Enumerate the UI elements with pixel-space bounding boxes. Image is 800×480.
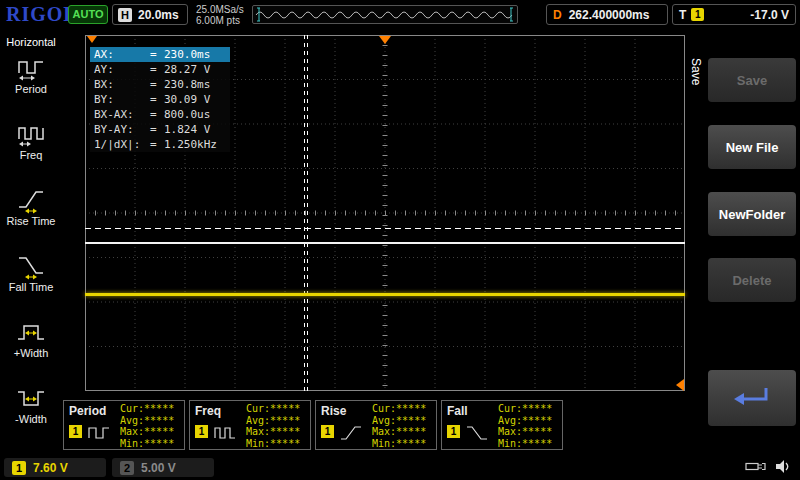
plus-width-icon <box>16 320 46 346</box>
measurement-box-freq[interactable]: Freq 1 Cur:***** Avg:***** Max:***** Min… <box>189 400 311 450</box>
horizontal-icon: H <box>118 8 132 22</box>
channel1-badge: 1 <box>12 461 26 475</box>
sidebar-item-plus-width[interactable]: +Width <box>0 320 62 359</box>
measurement-stats: Cur:***** Avg:***** Max:***** Min:***** <box>372 403 426 449</box>
sidebar-item-freq[interactable]: Freq <box>0 122 62 161</box>
cursor-by-line[interactable] <box>85 242 685 244</box>
measurement-stats: Cur:***** Avg:***** Max:***** Min:***** <box>498 403 552 449</box>
source-badge: 1 <box>447 425 460 438</box>
source-badge: 1 <box>195 425 208 438</box>
waveform-display: AX: = 230.0ms AY: = 28.27 V BX: = 230.8m… <box>85 35 685 391</box>
cursor-row-bx: BX: = 230.8ms <box>90 77 230 92</box>
waveform-memory-preview <box>252 5 518 24</box>
cursor-row-ay: AY: = 28.27 V <box>90 62 230 77</box>
delay-display: D 262.400000ms <box>546 4 668 25</box>
timebase-value: 20.0ms <box>138 8 179 22</box>
rigol-logo: RIGOL <box>6 3 78 26</box>
preview-waveform-icon <box>253 6 517 23</box>
back-button[interactable] <box>708 370 796 426</box>
minus-width-icon <box>16 386 46 412</box>
cursor-ay-line[interactable] <box>85 228 685 229</box>
measurement-box-fall[interactable]: Fall 1 Cur:***** Avg:***** Max:***** Min… <box>441 400 563 450</box>
memory-depth: 6.00M pts <box>196 15 244 26</box>
fall-icon <box>465 425 489 441</box>
channel2-badge: 2 <box>120 461 134 475</box>
status-bar: RIGOL AUTO H 20.0ms 25.0MSa/s 6.00M pts … <box>0 0 800 30</box>
fall-time-icon <box>16 254 46 280</box>
menu-tab-save: Save <box>689 58 703 85</box>
channel2-status[interactable]: 2 5.00 V <box>112 458 214 477</box>
measurement-box-period[interactable]: Period 1 Cur:***** Avg:***** Max:***** M… <box>63 400 185 450</box>
save-button[interactable]: Save <box>708 58 796 102</box>
new-file-button[interactable]: New File <box>708 125 796 169</box>
channel-status-bar: 1 7.60 V 2 5.00 V <box>0 455 800 480</box>
trigger-level-value: -17.0 V <box>750 8 789 22</box>
new-folder-button[interactable]: NewFolder <box>708 192 796 236</box>
delay-icon: D <box>553 8 562 22</box>
freq-icon <box>16 122 46 148</box>
trigger-icon: T <box>679 8 686 22</box>
delete-button[interactable]: Delete <box>708 258 796 302</box>
softkey-menu: Save Save New File NewFolder Delete <box>688 30 800 455</box>
cursor-row-by: BY: = 30.09 V <box>90 92 230 107</box>
trigger-display: T 1 -17.0 V <box>672 4 796 25</box>
oscilloscope-screen: RIGOL AUTO H 20.0ms 25.0MSa/s 6.00M pts … <box>0 0 800 480</box>
measurement-statistics-row: Period 1 Cur:***** Avg:***** Max:***** M… <box>63 400 563 450</box>
usb-icon <box>745 460 767 473</box>
return-arrow-icon <box>731 384 773 412</box>
cursor-row-bx-ax: BX-AX: = 800.0us <box>90 107 230 122</box>
horizontal-scale-display: H 20.0ms <box>112 4 188 25</box>
cursor-row-by-ay: BY-AY: = 1.824 V <box>90 122 230 137</box>
cursor-row-inverse-dx: 1/|dX|: = 1.250kHz <box>90 137 230 152</box>
cursor-row-ax: AX: = 230.0ms <box>90 47 230 62</box>
status-icons <box>745 459 792 474</box>
rise-time-icon <box>16 188 46 214</box>
period-icon <box>87 425 111 441</box>
sample-rate: 25.0MSa/s <box>196 4 244 15</box>
measure-menu: Horizontal Period Freq Rise Tim <box>0 30 62 455</box>
sidebar-item-period[interactable]: Period <box>0 56 62 95</box>
channel1-scale: 7.60 V <box>33 461 68 475</box>
rise-icon <box>339 425 363 441</box>
cursor-ax-line[interactable] <box>304 35 305 391</box>
measurement-stats: Cur:***** Avg:***** Max:***** Min:***** <box>120 403 174 449</box>
source-badge: 1 <box>69 425 82 438</box>
trigger-position-edge-marker <box>87 36 97 43</box>
sidebar-item-fall-time[interactable]: Fall Time <box>0 254 62 293</box>
source-badge: 1 <box>321 425 334 438</box>
measure-menu-title: Horizontal <box>0 30 62 48</box>
sidebar-item-rise-time[interactable]: Rise Time <box>0 188 62 227</box>
channel1-trace <box>85 293 685 296</box>
cursor-readout-panel: AX: = 230.0ms AY: = 28.27 V BX: = 230.8m… <box>90 47 230 152</box>
trigger-position-marker[interactable] <box>379 36 391 44</box>
measurement-stats: Cur:***** Avg:***** Max:***** Min:***** <box>246 403 300 449</box>
trigger-source-badge: 1 <box>691 8 704 21</box>
channel1-status[interactable]: 1 7.60 V <box>4 458 106 477</box>
channel2-scale: 5.00 V <box>141 461 176 475</box>
beeper-icon <box>775 459 792 474</box>
acquisition-info: 25.0MSa/s 6.00M pts <box>196 4 244 26</box>
sidebar-item-minus-width[interactable]: -Width <box>0 386 62 425</box>
period-icon <box>16 56 46 82</box>
trigger-level-marker[interactable] <box>676 379 684 391</box>
cursor-bx-line[interactable] <box>307 35 308 391</box>
trigger-mode-badge: AUTO <box>68 5 108 24</box>
measurement-box-rise[interactable]: Rise 1 Cur:***** Avg:***** Max:***** Min… <box>315 400 437 450</box>
delay-value: 262.400000ms <box>569 8 650 22</box>
freq-icon <box>213 425 237 441</box>
